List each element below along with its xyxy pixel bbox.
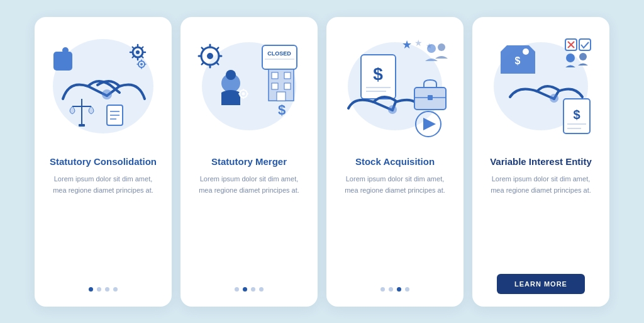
svg-point-84 <box>566 54 575 62</box>
card-content-2: Statutory Merger Lorem ipsum dolor sit d… <box>180 149 318 294</box>
svg-line-12 <box>142 47 143 48</box>
svg-point-41 <box>242 92 245 95</box>
dot-2-3 <box>251 287 255 292</box>
svg-text:CLOSED: CLOSED <box>267 50 291 57</box>
svg-rect-3 <box>62 47 69 54</box>
dot-3-2 <box>389 287 393 292</box>
dot-2-4 <box>259 287 264 292</box>
card-content-1: Statutory Consolidation Lorem ipsum dolo… <box>35 149 172 294</box>
svg-point-47 <box>207 53 213 59</box>
svg-text:★: ★ <box>414 38 423 48</box>
svg-rect-33 <box>284 72 291 79</box>
card-desc-2: Lorem ipsum dolor sit dim amet, mea regi… <box>193 174 305 196</box>
svg-point-85 <box>579 53 587 60</box>
svg-rect-28 <box>262 45 297 69</box>
svg-point-39 <box>226 70 236 80</box>
card-title-4: Variable Interest Entity <box>490 156 592 168</box>
svg-line-54 <box>217 47 219 49</box>
learn-more-button[interactable]: LEARN MORE <box>497 274 585 294</box>
svg-point-75 <box>550 94 558 103</box>
card-content-4: Variable Interest Entity Lorem ipsum dol… <box>472 149 609 294</box>
card-content-3: Stock Acquisition Lorem ipsum dolor sit … <box>326 149 464 294</box>
dot-2-2 <box>243 287 247 292</box>
cards-container: Statutory Consolidation Lorem ipsum dolo… <box>22 4 622 319</box>
svg-rect-36 <box>277 92 286 101</box>
svg-rect-32 <box>272 72 278 79</box>
svg-rect-67 <box>428 95 433 100</box>
dot-3-4 <box>405 287 409 292</box>
svg-text:$: $ <box>515 55 521 66</box>
svg-rect-35 <box>284 83 291 89</box>
svg-text:$: $ <box>573 108 580 122</box>
dot-1-1 <box>89 287 93 292</box>
illustration-stock-acquisition: ★ ★ ★ $ <box>326 17 464 149</box>
svg-line-55 <box>202 62 204 64</box>
card-title-1: Statutory Consolidation <box>50 156 157 168</box>
dots-2 <box>235 287 264 292</box>
svg-rect-83 <box>579 39 591 50</box>
svg-rect-22 <box>79 124 85 127</box>
illustration-statutory-consolidation <box>35 17 172 149</box>
svg-rect-2 <box>53 52 72 71</box>
illustration-statutory-merger: CLOSED $ <box>180 17 318 149</box>
card-desc-3: Lorem ipsum dolor sit dim amet, mea regi… <box>339 174 451 196</box>
card-desc-4: Lorem ipsum dolor sit dim amet, mea regi… <box>485 174 597 196</box>
dot-3-1 <box>380 287 385 292</box>
svg-point-73 <box>523 48 529 55</box>
dot-1-3 <box>105 287 109 292</box>
svg-point-71 <box>438 43 445 51</box>
dot-1-4 <box>113 287 118 292</box>
svg-text:$: $ <box>373 64 383 84</box>
card-statutory-consolidation: Statutory Consolidation Lorem ipsum dolo… <box>35 17 172 307</box>
svg-marker-69 <box>423 118 436 130</box>
dot-2-1 <box>235 287 239 292</box>
illustration-variable-interest-entity: $ $ <box>472 17 609 149</box>
dot-3-3 <box>397 287 401 292</box>
svg-point-15 <box>140 63 143 65</box>
card-variable-interest-entity: $ $ <box>472 17 609 307</box>
card-statutory-merger: CLOSED $ <box>180 17 318 307</box>
svg-point-64 <box>388 105 397 114</box>
svg-text:★: ★ <box>402 38 412 51</box>
dots-3 <box>380 287 409 292</box>
dots-1 <box>89 287 118 292</box>
svg-point-70 <box>427 44 436 53</box>
svg-line-52 <box>202 47 204 49</box>
svg-rect-34 <box>272 83 278 89</box>
svg-point-1 <box>102 89 112 99</box>
svg-point-5 <box>136 50 140 54</box>
card-desc-1: Lorem ipsum dolor sit dim amet, mea regi… <box>47 174 159 196</box>
svg-text:$: $ <box>278 102 286 118</box>
card-title-2: Statutory Merger <box>211 156 287 168</box>
dot-1-2 <box>97 287 101 292</box>
card-stock-acquisition: ★ ★ ★ $ <box>326 17 464 307</box>
card-title-3: Stock Acquisition <box>355 156 435 168</box>
